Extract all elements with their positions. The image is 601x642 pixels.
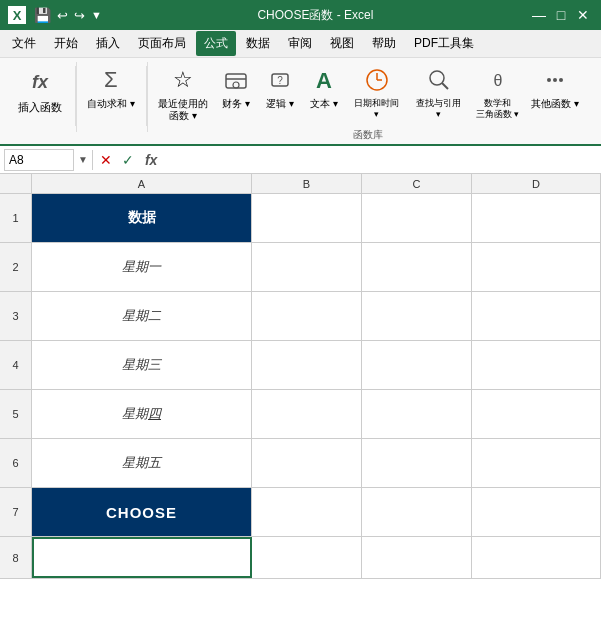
svg-text:?: ? xyxy=(277,75,283,86)
row-num-2[interactable]: 2 xyxy=(0,243,32,291)
minimize-btn[interactable]: — xyxy=(529,5,549,25)
cell-a5[interactable]: 星期四 xyxy=(32,390,252,438)
cell-d7[interactable] xyxy=(472,488,601,536)
insert-function-btn[interactable]: fx 插入函数 xyxy=(12,62,68,119)
row-num-6[interactable]: 6 xyxy=(0,439,32,487)
cell-b5[interactable] xyxy=(252,390,362,438)
undo-btn[interactable]: ↩ xyxy=(57,8,68,23)
menu-insert[interactable]: 插入 xyxy=(88,31,128,56)
row-num-3[interactable]: 3 xyxy=(0,292,32,340)
cell-ref-dropdown[interactable]: ▼ xyxy=(78,154,88,165)
menu-layout[interactable]: 页面布局 xyxy=(130,31,194,56)
cell-c6[interactable] xyxy=(362,439,472,487)
menu-review[interactable]: 审阅 xyxy=(280,31,320,56)
cell-c8[interactable] xyxy=(362,537,472,578)
spreadsheet: A B C D 1 数据 2 星期一 3 xyxy=(0,174,601,579)
svg-text:θ: θ xyxy=(493,72,502,89)
text-icon: A xyxy=(308,64,340,96)
ribbon: fx 插入函数 Σ 自动求和 ▾ ☆ 最近使用的函数 ▾ xyxy=(0,58,601,146)
cell-b6[interactable] xyxy=(252,439,362,487)
svg-rect-0 xyxy=(226,74,246,88)
cell-a3[interactable]: 星期二 xyxy=(32,292,252,340)
svg-point-13 xyxy=(553,78,557,82)
ribbon-group-fn-library: ☆ 最近使用的函数 ▾ 财务 ▾ xyxy=(150,62,591,144)
cell-b4[interactable] xyxy=(252,341,362,389)
finance-icon xyxy=(220,64,252,96)
cell-d3[interactable] xyxy=(472,292,601,340)
table-row: 8 xyxy=(0,537,601,579)
fx-formula-icon[interactable]: fx xyxy=(141,152,161,168)
cell-b3[interactable] xyxy=(252,292,362,340)
sigma-icon: Σ xyxy=(95,64,127,96)
cell-d1[interactable] xyxy=(472,194,601,242)
menu-file[interactable]: 文件 xyxy=(4,31,44,56)
svg-text:A: A xyxy=(316,68,332,93)
cell-d4[interactable] xyxy=(472,341,601,389)
column-headers: A B C D xyxy=(0,174,601,194)
menu-formula[interactable]: 公式 xyxy=(196,31,236,56)
cancel-formula-icon[interactable]: ✕ xyxy=(97,152,115,168)
cell-c2[interactable] xyxy=(362,243,472,291)
recent-functions-btn[interactable]: ☆ 最近使用的函数 ▾ xyxy=(154,62,212,124)
menu-help[interactable]: 帮助 xyxy=(364,31,404,56)
more-fn-icon xyxy=(539,64,571,96)
cell-d5[interactable] xyxy=(472,390,601,438)
maximize-btn[interactable]: □ xyxy=(551,5,571,25)
row-num-1[interactable]: 1 xyxy=(0,194,32,242)
menu-home[interactable]: 开始 xyxy=(46,31,86,56)
redo-btn[interactable]: ↪ xyxy=(74,8,85,23)
cell-b2[interactable] xyxy=(252,243,362,291)
lookup-btn[interactable]: 查找与引用 ▾ xyxy=(410,62,468,122)
cell-c5[interactable] xyxy=(362,390,472,438)
cell-c7[interactable] xyxy=(362,488,472,536)
ribbon-group-insert-fn: fx 插入函数 xyxy=(8,62,77,132)
cell-c1[interactable] xyxy=(362,194,472,242)
cell-c4[interactable] xyxy=(362,341,472,389)
cell-d2[interactable] xyxy=(472,243,601,291)
text-btn[interactable]: A 文本 ▾ xyxy=(304,62,344,112)
title-bar: X 💾 ↩ ↪ ▼ CHOOSE函数 - Excel — □ ✕ xyxy=(0,0,601,30)
cell-a4[interactable]: 星期三 xyxy=(32,341,252,389)
fx-icon: fx xyxy=(24,66,56,98)
math-btn[interactable]: θ 数学和三角函数 ▾ xyxy=(472,62,524,122)
math-icon: θ xyxy=(482,64,514,96)
confirm-formula-icon[interactable]: ✓ xyxy=(119,152,137,168)
finance-btn[interactable]: 财务 ▾ xyxy=(216,62,256,112)
datetime-btn[interactable]: 日期和时间 ▾ xyxy=(348,62,406,122)
col-header-c[interactable]: C xyxy=(362,174,472,193)
quick-save-btn[interactable]: 💾 xyxy=(34,7,51,23)
cell-reference-box[interactable]: A8 xyxy=(4,149,74,171)
cell-b1[interactable] xyxy=(252,194,362,242)
menu-view[interactable]: 视图 xyxy=(322,31,362,56)
col-header-d[interactable]: D xyxy=(472,174,601,193)
menu-data[interactable]: 数据 xyxy=(238,31,278,56)
cell-ref-value: A8 xyxy=(9,153,24,167)
autosum-btn[interactable]: Σ 自动求和 ▾ xyxy=(83,62,139,112)
col-header-a[interactable]: A xyxy=(32,174,252,193)
cell-a1[interactable]: 数据 xyxy=(32,194,252,242)
table-row: 3 星期二 xyxy=(0,292,601,341)
logic-btn[interactable]: ? 逻辑 ▾ xyxy=(260,62,300,112)
menu-pdf[interactable]: PDF工具集 xyxy=(406,31,482,56)
more-functions-btn[interactable]: 其他函数 ▾ xyxy=(527,62,583,112)
cell-b7[interactable] xyxy=(252,488,362,536)
cell-d8[interactable] xyxy=(472,537,601,578)
recent-fn-icon: ☆ xyxy=(167,64,199,96)
col-header-b[interactable]: B xyxy=(252,174,362,193)
row-num-4[interactable]: 4 xyxy=(0,341,32,389)
close-btn[interactable]: ✕ xyxy=(573,5,593,25)
quick-access-more[interactable]: ▼ xyxy=(91,9,102,21)
cell-a6[interactable]: 星期五 xyxy=(32,439,252,487)
cell-c3[interactable] xyxy=(362,292,472,340)
cell-d6[interactable] xyxy=(472,439,601,487)
row-num-7[interactable]: 7 xyxy=(0,488,32,536)
cell-a2[interactable]: 星期一 xyxy=(32,243,252,291)
table-row: 7 CHOOSE xyxy=(0,488,601,537)
row-num-5[interactable]: 5 xyxy=(0,390,32,438)
svg-point-14 xyxy=(559,78,563,82)
cell-a7[interactable]: CHOOSE xyxy=(32,488,252,536)
formula-input[interactable] xyxy=(165,149,597,171)
row-num-8[interactable]: 8 xyxy=(0,537,32,578)
cell-a8[interactable] xyxy=(32,537,252,578)
cell-b8[interactable] xyxy=(252,537,362,578)
